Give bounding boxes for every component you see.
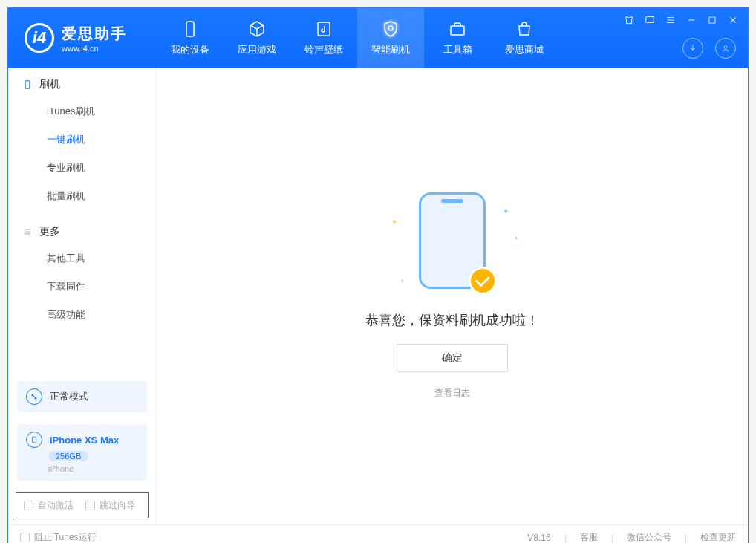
- checkbox-label: 阻止iTunes运行: [34, 531, 97, 543]
- checkbox-label: 跳过向导: [100, 499, 135, 512]
- checkbox-label: 自动激活: [38, 499, 74, 512]
- device-type: iPhone: [48, 464, 74, 473]
- main-content: ✦ ✦ • ✦ 恭喜您，保资料刷机成功啦！ 确定 查看日志: [157, 68, 748, 524]
- wechat-link[interactable]: 微信公众号: [627, 531, 671, 543]
- maximize-icon[interactable]: [706, 14, 718, 26]
- nav-label: 爱思商城: [505, 43, 544, 56]
- device-icon: [26, 432, 42, 448]
- version-label: V8.16: [527, 533, 550, 543]
- close-icon[interactable]: [727, 14, 739, 26]
- check-update-link[interactable]: 检查更新: [700, 531, 736, 543]
- header: i4 爱思助手 www.i4.cn 我的设备 应用游戏 铃声壁纸 智能刷机: [8, 8, 748, 68]
- body: 刷机 iTunes刷机 一键刷机 专业刷机 批量刷机 更多 其他工具 下载固件 …: [8, 68, 748, 524]
- svg-rect-0: [186, 22, 194, 36]
- sidebar-item-itunes-flash[interactable]: iTunes刷机: [8, 97, 156, 126]
- checkbox-icon: [85, 501, 95, 510]
- sidebar-section-more: 更多 其他工具 下载固件 高级功能: [8, 215, 156, 334]
- svg-rect-7: [25, 81, 30, 89]
- nav-tab-my-device[interactable]: 我的设备: [157, 8, 224, 68]
- phone-icon: [22, 79, 33, 91]
- list-icon: [22, 226, 33, 238]
- app-window: i4 爱思助手 www.i4.cn 我的设备 应用游戏 铃声壁纸 智能刷机: [7, 7, 749, 543]
- nav-tab-toolbox[interactable]: 工具箱: [424, 8, 491, 68]
- sidebar-item-other-tools[interactable]: 其他工具: [8, 244, 156, 273]
- svg-rect-3: [451, 26, 464, 35]
- checkbox-block-itunes[interactable]: 阻止iTunes运行: [20, 531, 97, 543]
- nav-tabs: 我的设备 应用游戏 铃声壁纸 智能刷机 工具箱 爱思商城: [157, 8, 558, 68]
- nav-tab-flash[interactable]: 智能刷机: [357, 8, 424, 68]
- footer: 阻止iTunes运行 V8.16 | 客服 | 微信公众号 | 检查更新: [8, 524, 748, 543]
- sidebar-item-download-firmware[interactable]: 下载固件: [8, 273, 156, 301]
- mode-card[interactable]: 正常模式: [17, 381, 147, 412]
- nav-label: 应用游戏: [238, 43, 276, 56]
- feedback-icon[interactable]: [644, 14, 656, 26]
- svg-rect-10: [33, 437, 36, 443]
- svg-rect-1: [318, 22, 330, 36]
- download-icon[interactable]: [682, 38, 703, 59]
- logo-text: 爱思助手 www.i4.cn: [62, 24, 127, 53]
- toolbox-icon: [448, 19, 467, 39]
- checkmark-badge-icon: [469, 267, 497, 295]
- sidebar-heading-flash: 刷机: [8, 78, 156, 97]
- success-illustration: ✦ ✦ • ✦: [385, 192, 519, 296]
- success-message: 恭喜您，保资料刷机成功啦！: [365, 311, 539, 329]
- logo-icon: i4: [25, 23, 54, 53]
- app-title: 爱思助手: [62, 24, 127, 44]
- minimize-icon[interactable]: [685, 14, 697, 26]
- nav-tab-store[interactable]: 爱思商城: [491, 8, 558, 68]
- nav-tab-ringtones[interactable]: 铃声壁纸: [290, 8, 357, 68]
- shop-icon: [515, 19, 534, 39]
- device-icon: [180, 19, 200, 39]
- sidebar-heading-label: 更多: [39, 225, 60, 238]
- svg-rect-4: [646, 16, 654, 22]
- sidebar-heading-more: 更多: [8, 225, 156, 244]
- options-row-highlighted: 自动激活 跳过向导: [16, 492, 149, 518]
- sidebar: 刷机 iTunes刷机 一键刷机 专业刷机 批量刷机 更多 其他工具 下载固件 …: [8, 68, 157, 524]
- mode-icon: [26, 388, 42, 405]
- nav-label: 我的设备: [171, 43, 209, 56]
- checkbox-icon: [20, 533, 30, 542]
- device-name: iPhone XS Max: [50, 435, 119, 446]
- support-link[interactable]: 客服: [580, 531, 598, 543]
- sidebar-section-flash: 刷机 iTunes刷机 一键刷机 专业刷机 批量刷机: [8, 68, 156, 215]
- sidebar-item-advanced[interactable]: 高级功能: [8, 301, 156, 329]
- window-controls: [623, 14, 739, 26]
- sidebar-heading-label: 刷机: [39, 78, 60, 91]
- device-card[interactable]: iPhone XS Max 256GB iPhone: [17, 424, 147, 481]
- svg-point-6: [724, 46, 727, 49]
- svg-rect-5: [709, 17, 715, 23]
- view-log-link[interactable]: 查看日志: [434, 387, 470, 400]
- confirm-button[interactable]: 确定: [397, 344, 508, 372]
- sparkle-icon: •: [515, 234, 518, 242]
- shield-icon: [381, 19, 400, 39]
- checkbox-auto-activate[interactable]: 自动激活: [24, 499, 74, 512]
- device-storage-badge: 256GB: [48, 451, 88, 461]
- checkbox-icon: [24, 501, 33, 510]
- nav-label: 工具箱: [443, 43, 472, 56]
- menu-icon[interactable]: [665, 14, 677, 26]
- sparkle-icon: ✦: [503, 207, 509, 215]
- user-icon[interactable]: [715, 38, 736, 59]
- sparkle-icon: ✦: [400, 278, 404, 283]
- sparkle-icon: ✦: [391, 218, 397, 226]
- checkbox-skip-guide[interactable]: 跳过向导: [85, 499, 135, 512]
- logo-block: i4 爱思助手 www.i4.cn: [8, 23, 157, 53]
- nav-label: 智能刷机: [371, 43, 410, 56]
- nav-tab-apps[interactable]: 应用游戏: [224, 8, 290, 68]
- music-icon: [314, 19, 333, 39]
- cube-icon: [247, 19, 267, 39]
- shirt-icon[interactable]: [623, 14, 635, 26]
- nav-label: 铃声壁纸: [304, 43, 343, 56]
- sidebar-item-batch-flash[interactable]: 批量刷机: [8, 182, 156, 210]
- svg-point-2: [388, 26, 393, 30]
- header-user-actions: [682, 38, 736, 59]
- mode-label: 正常模式: [50, 390, 88, 403]
- sidebar-item-oneclick-flash[interactable]: 一键刷机: [8, 126, 156, 154]
- sidebar-item-pro-flash[interactable]: 专业刷机: [8, 154, 156, 182]
- app-subtitle: www.i4.cn: [62, 44, 127, 53]
